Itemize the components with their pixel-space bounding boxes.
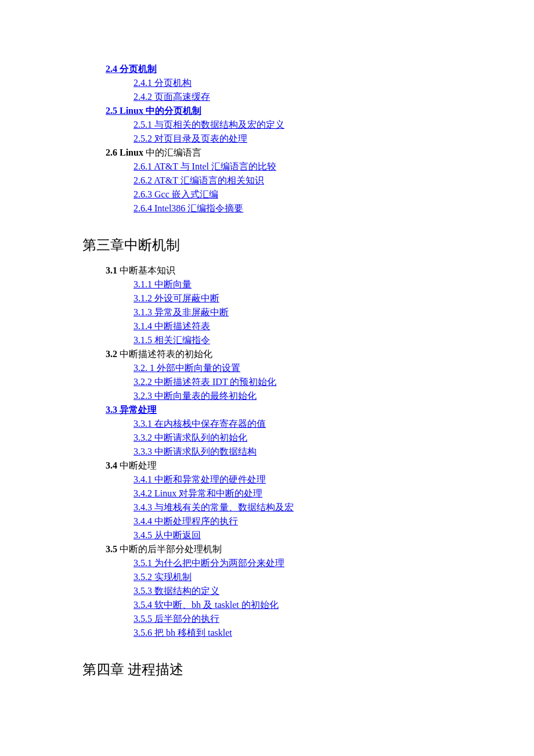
toc-link-2-4-1[interactable]: 2.4.1 分页机构 xyxy=(134,78,192,88)
toc-sublist-2-4: 2.4.1 分页机构 2.4.2 页面高速缓存 xyxy=(106,77,476,103)
toc-link-3-3-1[interactable]: 3.3.1 在内核栈中保存寄存器的值 xyxy=(134,419,266,429)
toc-section-3-2: 3.2 中断描述符表的初始化 xyxy=(106,348,476,361)
toc-link-2-5-1[interactable]: 2.5.1 与页相关的数据结构及宏的定义 xyxy=(134,120,284,129)
toc-link-3-5-6[interactable]: 3.5.6 把 bh 移植到 tasklet xyxy=(134,628,232,638)
toc-link-3-4-4[interactable]: 3.4.4 中断处理程序的执行 xyxy=(134,516,238,526)
toc-link-3-3-3[interactable]: 3.3.3 中断请求队列的数据结构 xyxy=(134,447,257,456)
toc-link-2-6-3[interactable]: 2.6.3 Gcc 嵌入式汇编 xyxy=(134,189,218,199)
toc-link-3-5-3[interactable]: 3.5.3 数据结构的定义 xyxy=(134,586,219,596)
toc-sublist-2-5: 2.5.1 与页相关的数据结构及宏的定义 2.5.2 对页目录及页表的处理 xyxy=(106,119,476,145)
toc-link-3-3-2[interactable]: 3.3.2 中断请求队列的初始化 xyxy=(134,433,247,442)
toc-link-3-2-1[interactable]: 3.2. 1 外部中断向量的设置 xyxy=(134,363,240,373)
toc-link-3-5-2[interactable]: 3.5.2 实现机制 xyxy=(134,572,192,582)
toc-section-3-1: 3.1 中断基本知识 xyxy=(106,265,476,277)
toc-link-3-5-1[interactable]: 3.5.1 为什么把中断分为两部分来处理 xyxy=(134,558,284,568)
toc-link-3-4-1[interactable]: 3.4.1 中断和异常处理的硬件处理 xyxy=(134,474,266,484)
toc-sublist-3-5: 3.5.1 为什么把中断分为两部分来处理 3.5.2 实现机制 3.5.3 数据… xyxy=(106,557,476,639)
toc-sublist-3-2: 3.2. 1 外部中断向量的设置 3.2.2 中断描述符表 IDT 的预初始化 … xyxy=(106,362,476,402)
toc-link-3-4-5[interactable]: 3.4.5 从中断返回 xyxy=(134,530,201,540)
toc-sublist-3-4: 3.4.1 中断和异常处理的硬件处理 3.4.2 Linux 对异常和中断的处理… xyxy=(106,474,476,542)
toc-link-3-2-3[interactable]: 3.2.3 中断向量表的最终初始化 xyxy=(134,391,257,401)
toc-num: 2.4 xyxy=(106,64,117,74)
toc-link-3-1-3[interactable]: 3.1.3 异常及非屏蔽中断 xyxy=(134,307,229,317)
toc-section-3-3: 3.3 异常处理 xyxy=(106,404,476,416)
toc-link-3-1-1[interactable]: 3.1.1 中断向量 xyxy=(134,279,192,289)
toc-link-3-2-2[interactable]: 3.2.2 中断描述符表 IDT 的预初始化 xyxy=(134,377,276,387)
toc-link-3-5-5[interactable]: 3.5.5 后半部分的执行 xyxy=(134,614,219,624)
toc-link-2-4[interactable]: 2.4 分页机制 xyxy=(106,64,157,74)
toc-link-3-5-4[interactable]: 3.5.4 软中断、bh 及 tasklet 的初始化 xyxy=(134,600,279,610)
toc-link-2-4-2[interactable]: 2.4.2 页面高速缓存 xyxy=(134,92,210,102)
toc-section-3-4: 3.4 中断处理 xyxy=(106,460,476,472)
toc-link-3-1-2[interactable]: 3.1.2 外设可屏蔽中断 xyxy=(134,293,219,303)
toc-link-2-5[interactable]: 2.5 Linux 中的分页机制 xyxy=(106,106,201,116)
toc-page: 2.4 分页机制 2.4.1 分页机构 2.4.2 页面高速缓存 2.5 Lin… xyxy=(0,0,534,724)
toc-section-2-4: 2.4 分页机制 xyxy=(106,63,476,75)
chapter-4-heading: 第四章 进程描述 xyxy=(82,660,476,679)
toc-link-3-4-2[interactable]: 3.4.2 Linux 对异常和中断的处理 xyxy=(134,488,262,498)
toc-link-2-6-2[interactable]: 2.6.2 AT&T 汇编语言的相关知识 xyxy=(134,175,264,185)
toc-sublist-3-3: 3.3.1 在内核栈中保存寄存器的值 3.3.2 中断请求队列的初始化 3.3.… xyxy=(106,418,476,458)
toc-link-3-3[interactable]: 3.3 异常处理 xyxy=(106,405,157,415)
toc-link-2-6-1[interactable]: 2.6.1 AT&T 与 Intel 汇编语言的比较 xyxy=(134,161,276,171)
toc-section-3-5: 3.5 中断的后半部分处理机制 xyxy=(106,543,476,556)
toc-sublist-3-1: 3.1.1 中断向量 3.1.2 外设可屏蔽中断 3.1.3 异常及非屏蔽中断 … xyxy=(106,279,476,347)
toc-link-3-1-5[interactable]: 3.1.5 相关汇编指令 xyxy=(134,335,210,345)
toc-section-2-5: 2.5 Linux 中的分页机制 xyxy=(106,105,476,117)
toc-section-2-6: 2.6 Linux 中的汇编语言 xyxy=(106,147,476,159)
chapter-3-heading: 第三章中断机制 xyxy=(82,236,476,254)
toc-link-2-6-4[interactable]: 2.6.4 Intel386 汇编指令摘要 xyxy=(134,203,243,213)
toc-link-3-4-3[interactable]: 3.4.3 与堆栈有关的常量、数据结构及宏 xyxy=(134,502,294,512)
toc-sublist-2-6: 2.6.1 AT&T 与 Intel 汇编语言的比较 2.6.2 AT&T 汇编… xyxy=(106,161,476,215)
toc-title: 分页机制 xyxy=(120,64,157,74)
toc-link-2-5-2[interactable]: 2.5.2 对页目录及页表的处理 xyxy=(134,134,247,143)
toc-link-3-1-4[interactable]: 3.1.4 中断描述符表 xyxy=(134,321,210,331)
